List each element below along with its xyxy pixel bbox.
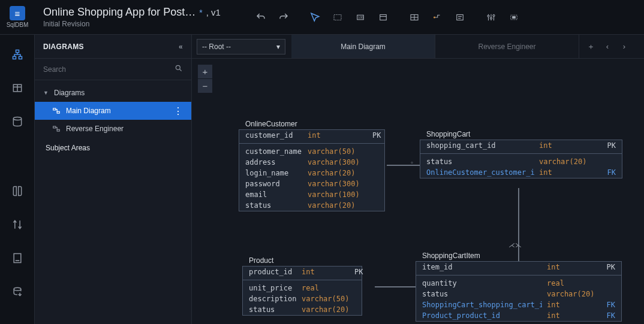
- dropdown-value: -- Root --: [202, 43, 231, 51]
- entity-product[interactable]: Product product_idintPKunit_pricerealdes…: [242, 266, 362, 316]
- chevron-down-icon: ▾: [276, 43, 280, 51]
- chevron-down-icon: ▼: [43, 90, 49, 96]
- entity-title: ShoppingCartItem: [416, 250, 486, 261]
- column-type: varchar(100): [308, 190, 368, 199]
- entity-online-customer[interactable]: OnlineCustomer customer_idintPKcustomer_…: [239, 129, 385, 211]
- entity-column-row[interactable]: quantityreal: [416, 278, 621, 289]
- logo-text: SqlDBM: [7, 22, 29, 28]
- database-rail-button[interactable]: [10, 114, 25, 129]
- column-name: status: [426, 158, 534, 166]
- compare-rail-button[interactable]: [10, 217, 25, 232]
- entity-column-row[interactable]: Product_product_idintFK: [416, 310, 621, 321]
- entity-shopping-cart-item[interactable]: ShoppingCartItem item_idintPKquantityrea…: [416, 261, 622, 322]
- column-name: customer_id: [245, 131, 303, 140]
- more-icon[interactable]: ⋮: [173, 105, 183, 117]
- app-logo[interactable]: ≡ SqlDBM: [0, 6, 35, 28]
- entity-column-row[interactable]: customer_idintPK: [239, 130, 384, 144]
- layout-button[interactable]: [504, 7, 524, 28]
- fit-zoom-button[interactable]: 100: [350, 7, 371, 28]
- entity-shopping-cart[interactable]: ShoppingCart shopping_cart_idintPKstatus…: [420, 140, 622, 178]
- cursor-tool[interactable]: [305, 7, 325, 28]
- tree-item-main-diagram[interactable]: Main Diagram ⋮: [35, 102, 191, 120]
- relation-endpoint: ⋌⋋: [508, 241, 522, 249]
- entity-column-row[interactable]: shopping_cart_idintPK: [420, 140, 622, 154]
- prev-tab-button[interactable]: ‹: [600, 39, 615, 54]
- svg-point-16: [490, 17, 492, 19]
- entity-column-row[interactable]: customer_namevarchar(50): [239, 146, 384, 157]
- column-name: quantity: [422, 279, 542, 287]
- entity-column-row[interactable]: addressvarchar(300): [239, 157, 384, 168]
- entity-column-row[interactable]: passwordvarchar(300): [239, 178, 384, 189]
- zoom-in-button[interactable]: +: [198, 65, 212, 79]
- export-rail-button[interactable]: [10, 250, 25, 266]
- tree-group-diagrams[interactable]: ▼ Diagrams: [35, 84, 191, 102]
- column-type: int: [547, 311, 589, 320]
- column-name: login_name: [245, 169, 303, 177]
- svg-rect-20: [16, 50, 19, 53]
- entity-column-row[interactable]: emailvarchar(100): [239, 189, 384, 200]
- relation-endpoint: ◦: [411, 159, 413, 166]
- add-tab-button[interactable]: ＋: [583, 39, 598, 54]
- svg-rect-3: [380, 14, 387, 20]
- entity-column-row[interactable]: statusvarchar(20): [416, 289, 621, 299]
- import-rail-button[interactable]: [10, 284, 25, 299]
- table-tool[interactable]: [404, 7, 425, 28]
- entity-column-row[interactable]: statusvarchar(20): [239, 200, 384, 211]
- tab-main-diagram[interactable]: Main Diagram: [291, 35, 435, 58]
- column-key: FK: [607, 301, 615, 309]
- entity-column-row[interactable]: descriptionvarchar(50): [243, 293, 362, 304]
- svg-rect-0: [334, 14, 341, 20]
- note-tool[interactable]: [450, 7, 470, 28]
- column-name: status: [249, 305, 297, 314]
- panel-header: DIAGRAMS «: [35, 35, 191, 59]
- entity-column-row[interactable]: item_idintPK: [416, 262, 621, 275]
- column-type: int: [547, 301, 589, 309]
- diagrams-rail-button[interactable]: [10, 47, 25, 62]
- tree-item-reverse-engineer[interactable]: Reverse Engineer: [35, 120, 191, 138]
- project-title: Online Shopping App for Post…: [43, 6, 195, 19]
- svg-rect-35: [57, 129, 59, 131]
- tab-reverse-engineer[interactable]: Reverse Engineer: [435, 35, 579, 58]
- svg-point-29: [14, 287, 21, 290]
- entity-column-row[interactable]: ShoppingCart_shopping_cart_idintFK: [416, 299, 621, 310]
- marquee-tool[interactable]: [327, 7, 348, 28]
- column-type: real: [547, 279, 589, 287]
- column-type: int: [308, 131, 368, 140]
- entity-column-row[interactable]: statusvarchar(20): [420, 156, 622, 167]
- docs-rail-button[interactable]: [10, 183, 25, 199]
- entity-column-row[interactable]: unit_pricereal: [243, 283, 362, 293]
- redo-button[interactable]: [273, 7, 294, 28]
- column-type: varchar(20): [308, 201, 368, 210]
- entity-title: ShoppingCart: [420, 128, 476, 140]
- version-label: , v1: [206, 7, 221, 17]
- column-name: product_id: [249, 268, 297, 276]
- search-icon: [174, 64, 183, 74]
- column-key: PK: [372, 131, 381, 140]
- entity-column-row[interactable]: product_idintPK: [243, 267, 362, 280]
- collapse-panel-button[interactable]: «: [179, 43, 183, 51]
- column-type: int: [539, 141, 593, 150]
- tree-item-label: Main Diagram: [66, 107, 168, 115]
- next-tab-button[interactable]: ›: [616, 39, 632, 54]
- entity-column-row[interactable]: login_namevarchar(20): [239, 168, 384, 178]
- relationship-tool[interactable]: [427, 7, 447, 28]
- zoom-out-button[interactable]: −: [198, 79, 212, 93]
- column-name: OnlineCustomer_customer_id: [426, 168, 534, 177]
- column-name: password: [245, 180, 303, 188]
- tree-group-subject-areas[interactable]: Subject Areas: [35, 138, 191, 155]
- tables-rail-button[interactable]: [10, 80, 25, 96]
- entity-column-row[interactable]: OnlineCustomer_customer_idintFK: [420, 167, 622, 178]
- column-type: varchar(20): [302, 305, 350, 314]
- svg-rect-22: [19, 56, 22, 59]
- diagram-icon: [52, 107, 61, 115]
- undo-button[interactable]: [251, 7, 271, 28]
- search-input[interactable]: [43, 65, 174, 74]
- entity-column-row[interactable]: statusvarchar(20): [243, 304, 362, 315]
- view-options-button[interactable]: [481, 7, 501, 28]
- column-type: int: [539, 168, 593, 177]
- svg-rect-33: [57, 111, 59, 113]
- diagram-canvas[interactable]: + − ◦ ⋌⋋ OnlineCustomer customer_idintPK…: [192, 59, 644, 324]
- column-name: unit_price: [249, 284, 297, 292]
- schema-dropdown[interactable]: -- Root -- ▾: [197, 39, 285, 54]
- card-tool[interactable]: [373, 7, 393, 28]
